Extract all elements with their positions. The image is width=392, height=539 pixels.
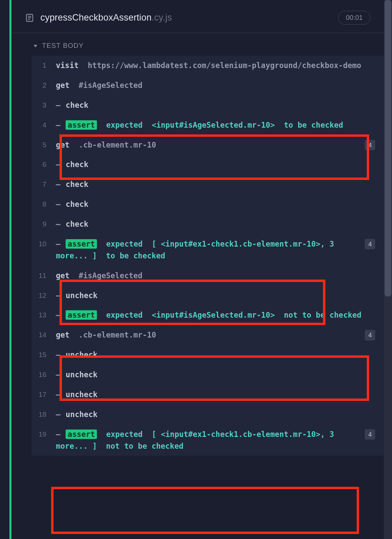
line-number: 11 bbox=[32, 270, 56, 281]
command-content: – assert expected <input#isAgeSelected.m… bbox=[56, 309, 364, 321]
section-header[interactable]: ▼ TEST BODY bbox=[11, 40, 384, 56]
assert-badge: assert bbox=[66, 430, 97, 439]
command-content: get .cb-element.mr-10 bbox=[56, 329, 364, 341]
command-content: – uncheck bbox=[56, 290, 364, 302]
command-content: – check bbox=[56, 99, 364, 111]
command-content: visit https://www.lambdatest.com/seleniu… bbox=[56, 60, 364, 71]
command-content: – uncheck bbox=[56, 369, 364, 381]
filename-ext: .cy.js bbox=[151, 12, 172, 23]
command-row[interactable]: 14get .cb-element.mr-104 bbox=[32, 325, 384, 345]
line-number: 1 bbox=[32, 60, 56, 71]
chevron-down-icon: ▼ bbox=[34, 43, 37, 48]
line-number: 4 bbox=[32, 119, 56, 131]
scrollbar-track[interactable] bbox=[384, 0, 392, 539]
command-row[interactable]: 9– check bbox=[32, 214, 384, 234]
line-number: 5 bbox=[32, 139, 56, 151]
file-icon bbox=[25, 13, 34, 23]
assert-badge: assert bbox=[66, 239, 97, 249]
command-row[interactable]: 2get #isAgeSelected bbox=[32, 75, 384, 95]
command-content: – check bbox=[56, 159, 364, 170]
assert-badge: assert bbox=[66, 310, 97, 320]
command-content: – check bbox=[56, 218, 364, 230]
line-number: 7 bbox=[32, 179, 56, 190]
line-number: 19 bbox=[32, 429, 56, 440]
line-number: 13 bbox=[32, 309, 56, 321]
command-row[interactable]: 8– check bbox=[32, 194, 384, 214]
section-title: TEST BODY bbox=[42, 42, 84, 50]
command-row[interactable]: 1visit https://www.lambdatest.com/seleni… bbox=[32, 56, 384, 75]
timer-badge: 00:01 bbox=[338, 11, 370, 25]
command-content: – assert expected <input#isAgeSelected.m… bbox=[56, 119, 364, 131]
command-content: – uncheck bbox=[56, 409, 364, 420]
command-log: 1visit https://www.lambdatest.com/seleni… bbox=[32, 56, 384, 456]
filename-base: cypressCheckboxAssertion bbox=[40, 12, 151, 23]
line-number: 16 bbox=[32, 369, 56, 380]
command-content: get #isAgeSelected bbox=[56, 270, 364, 282]
line-number: 14 bbox=[32, 329, 56, 341]
element-count-badge: 4 bbox=[365, 239, 375, 249]
line-number: 8 bbox=[32, 198, 56, 210]
command-content: – uncheck bbox=[56, 349, 364, 361]
command-content: – assert expected [ <input#ex1-check1.cb… bbox=[56, 238, 364, 262]
command-content: – uncheck bbox=[56, 389, 364, 401]
line-number: 17 bbox=[32, 389, 56, 400]
command-row[interactable]: 15– uncheck bbox=[32, 345, 384, 365]
element-count-badge: 4 bbox=[365, 429, 375, 440]
line-number: 12 bbox=[32, 290, 56, 301]
test-panel: cypressCheckboxAssertion.cy.js 00:01 ▼ T… bbox=[11, 0, 384, 539]
line-number: 18 bbox=[32, 409, 56, 420]
command-row[interactable]: 11get #isAgeSelected bbox=[32, 266, 384, 286]
line-number: 10 bbox=[32, 238, 56, 250]
line-number: 3 bbox=[32, 99, 56, 111]
line-number: 9 bbox=[32, 218, 56, 230]
command-content: get .cb-element.mr-10 bbox=[56, 139, 364, 151]
assert-badge: assert bbox=[66, 120, 97, 130]
command-row[interactable]: 4– assert expected <input#isAgeSelected.… bbox=[32, 115, 384, 135]
line-number: 6 bbox=[32, 159, 56, 170]
line-number: 15 bbox=[32, 349, 56, 360]
command-row[interactable]: 12– uncheck bbox=[32, 286, 384, 306]
command-row[interactable]: 5get .cb-element.mr-104 bbox=[32, 135, 384, 155]
command-content: get #isAgeSelected bbox=[56, 80, 364, 91]
command-content: – check bbox=[56, 179, 364, 190]
command-content: – assert expected [ <input#ex1-check1.cb… bbox=[56, 429, 364, 452]
command-row[interactable]: 3– check bbox=[32, 95, 384, 115]
line-number: 2 bbox=[32, 80, 56, 91]
file-header: cypressCheckboxAssertion.cy.js 00:01 bbox=[11, 7, 384, 33]
element-count-badge: 4 bbox=[365, 140, 375, 150]
element-count-badge: 4 bbox=[365, 330, 375, 340]
command-row[interactable]: 10– assert expected [ <input#ex1-check1.… bbox=[32, 234, 384, 266]
command-row[interactable]: 16– uncheck bbox=[32, 365, 384, 385]
command-row[interactable]: 6– check bbox=[32, 155, 384, 175]
command-row[interactable]: 17– uncheck bbox=[32, 385, 384, 405]
command-row[interactable]: 7– check bbox=[32, 175, 384, 194]
command-row[interactable]: 19– assert expected [ <input#ex1-check1.… bbox=[32, 424, 384, 456]
filename: cypressCheckboxAssertion.cy.js bbox=[40, 12, 172, 23]
command-row[interactable]: 18– uncheck bbox=[32, 405, 384, 424]
command-content: – check bbox=[56, 198, 364, 210]
scrollbar-thumb[interactable] bbox=[385, 0, 391, 296]
command-row[interactable]: 13– assert expected <input#isAgeSelected… bbox=[32, 305, 384, 325]
